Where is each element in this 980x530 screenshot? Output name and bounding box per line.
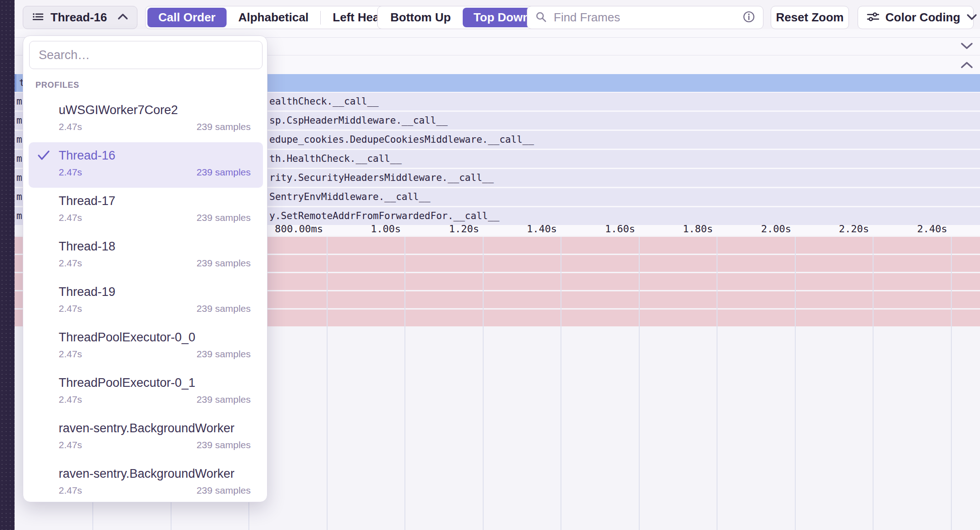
profile-name: ThreadPoolExecutor-0_1 (59, 376, 195, 390)
profile-meta: 2.47s239 samples (59, 303, 251, 314)
profile-sample-count: 239 samples (197, 212, 251, 223)
profiles-section-label: PROFILES (35, 80, 79, 90)
profile-duration: 2.47s (59, 349, 82, 360)
chevron-down-icon[interactable] (959, 41, 975, 53)
time-gridline (327, 237, 328, 530)
time-gridline (951, 237, 952, 530)
find-frames-input[interactable] (553, 10, 737, 25)
chevron-up-icon[interactable] (959, 60, 975, 72)
time-gridline (717, 237, 717, 530)
profile-list: uWSGIWorker7Core22.47s239 samplesThread-… (29, 97, 263, 502)
profile-meta: 2.47s239 samples (59, 394, 251, 405)
chevron-up-icon (117, 13, 129, 23)
frame-text-fragment: m (16, 131, 22, 149)
profile-duration: 2.47s (59, 121, 82, 132)
thread-list-icon (31, 10, 44, 25)
profile-duration: 2.47s (59, 394, 82, 405)
frame-text-fragment: m (16, 112, 22, 130)
segment-divider (320, 11, 321, 25)
axis-tick-label: 1.00s (327, 223, 401, 235)
profile-duration: 2.47s (59, 258, 82, 269)
color-coding-label: Color Coding (885, 10, 960, 25)
time-gridline (873, 237, 874, 530)
profile-name: Thread-16 (59, 149, 116, 163)
axis-tick-label: 1.40s (483, 223, 557, 235)
profile-duration: 2.47s (59, 303, 82, 314)
profile-sample-count: 239 samples (197, 485, 251, 496)
app-sidebar (0, 0, 15, 530)
sort-order-control: Call Order Alphabetical Left Heavy (145, 6, 406, 29)
toolbar: Thread-16 Call Order Alphabetical Left H… (15, 0, 980, 29)
chevron-down-icon (966, 13, 978, 23)
direction-option-bottom-up[interactable]: Bottom Up (379, 8, 462, 27)
thread-selector-button[interactable]: Thread-16 (23, 6, 137, 29)
profile-name: Thread-19 (59, 285, 116, 299)
thread-selector-label: Thread-16 (51, 10, 111, 25)
check-icon (37, 150, 51, 163)
color-coding-button[interactable]: Color Coding (858, 6, 974, 29)
axis-tick-label: 2.20s (795, 223, 869, 235)
profile-meta: 2.47s239 samples (59, 440, 251, 450)
profile-meta: 2.47s239 samples (59, 121, 251, 132)
frame-text-fragment: edupe_cookies.DedupeCookiesMiddleware.__… (269, 131, 534, 149)
profile-option[interactable]: uWSGIWorker7Core22.47s239 samples (29, 97, 263, 142)
profile-duration: 2.47s (59, 440, 82, 450)
profile-duration: 2.47s (59, 167, 82, 178)
frame-text-fragment: SentryEnvMiddleware.__call__ (269, 188, 430, 206)
frame-text-fragment: ealthCheck.__call__ (269, 93, 379, 110)
profile-meta: 2.47s239 samples (59, 349, 251, 360)
profile-option[interactable]: raven-sentry.BackgroundWorker2.47s239 sa… (29, 415, 263, 460)
frame-text-fragment: m (16, 188, 22, 206)
profile-option[interactable]: ThreadPoolExecutor-0_02.47s239 samples (29, 324, 263, 370)
search-icon (535, 10, 547, 25)
profile-sample-count: 239 samples (197, 349, 251, 360)
profile-duration: 2.47s (59, 212, 82, 223)
profile-sample-count: 239 samples (197, 303, 251, 314)
profile-duration: 2.47s (59, 485, 82, 496)
profile-option[interactable]: Thread-172.47s239 samples (29, 188, 263, 233)
time-gridline (561, 237, 561, 530)
profile-option[interactable]: Thread-182.47s239 samples (29, 233, 263, 279)
frame-text-fragment: m (16, 93, 22, 110)
profile-option[interactable]: Thread-192.47s239 samples (29, 279, 263, 324)
profile-sample-count: 239 samples (197, 258, 251, 269)
profile-option[interactable]: raven-sentry.BackgroundWorker2.47s239 sa… (29, 460, 263, 502)
time-gridline (795, 237, 796, 530)
reset-zoom-button[interactable]: Reset Zoom (771, 6, 849, 29)
profile-name: Thread-17 (59, 194, 116, 208)
axis-tick-label: 2.00s (717, 223, 791, 235)
sort-option-call-order[interactable]: Call Order (147, 8, 227, 27)
info-icon[interactable] (742, 10, 756, 25)
profiler-app: t mealthCheck.__call__msp.CspHeaderMiddl… (0, 0, 980, 530)
axis-tick-label: 1.80s (639, 223, 713, 235)
frame-text-fragment: m (16, 150, 22, 168)
profile-meta: 2.47s239 samples (59, 167, 251, 178)
thread-dropdown-panel: PROFILES uWSGIWorker7Core22.47s239 sampl… (23, 35, 268, 502)
profile-option[interactable]: ThreadPoolExecutor-0_12.47s239 samples (29, 370, 263, 415)
profile-name: Thread-18 (59, 240, 116, 254)
frame-text-fragment: rity.SecurityHeadersMiddleware.__call__ (269, 169, 494, 187)
find-frames-searchbox (527, 6, 763, 29)
sliders-icon (866, 10, 880, 25)
profile-meta: 2.47s239 samples (59, 258, 251, 269)
profile-meta: 2.47s239 samples (59, 485, 251, 496)
profile-meta: 2.47s239 samples (59, 212, 251, 223)
axis-tick-label: 1.60s (561, 223, 635, 235)
profile-option[interactable]: Thread-162.47s239 samples (29, 142, 263, 188)
profile-name: uWSGIWorker7Core2 (59, 103, 178, 117)
time-gridline (404, 237, 405, 530)
axis-tick-label: 1.20s (405, 223, 479, 235)
frame-text-fragment: sp.CspHeaderMiddleware.__call__ (269, 112, 448, 130)
profile-sample-count: 239 samples (197, 167, 251, 178)
dropdown-search-input[interactable] (29, 41, 263, 69)
profile-sample-count: 239 samples (197, 121, 251, 132)
axis-tick-label: 2.40s (874, 223, 947, 235)
profile-sample-count: 239 samples (197, 394, 251, 405)
reset-zoom-label: Reset Zoom (776, 10, 844, 25)
direction-control: Bottom Up Top Down (377, 6, 543, 29)
profile-name: ThreadPoolExecutor-0_0 (59, 330, 195, 345)
time-gridline (639, 237, 640, 530)
sort-option-alphabetical[interactable]: Alphabetical (227, 8, 320, 27)
frame-text-fragment: m (16, 169, 22, 187)
profile-name: raven-sentry.BackgroundWorker (59, 467, 234, 481)
